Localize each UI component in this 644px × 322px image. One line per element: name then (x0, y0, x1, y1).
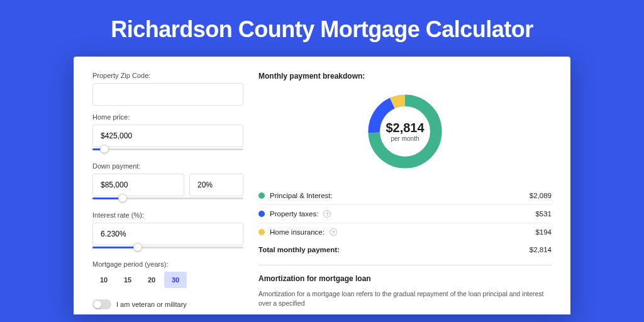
home-price-slider[interactable] (92, 146, 243, 155)
period-option-15[interactable]: 15 (116, 272, 139, 288)
color-swatch-icon (258, 192, 265, 199)
total-value: $2,814 (530, 246, 552, 253)
veteran-toggle[interactable] (92, 299, 111, 309)
amortization-body: Amortization for a mortgage loan refers … (258, 289, 552, 308)
slider-fill (92, 247, 138, 248)
down-payment-slider[interactable] (92, 195, 243, 204)
color-swatch-icon (258, 229, 265, 235)
down-payment-input[interactable] (92, 174, 184, 196)
slider-thumb-icon[interactable] (118, 194, 127, 203)
zip-label: Property Zip Code: (92, 72, 243, 79)
slider-thumb-icon[interactable] (100, 145, 109, 153)
breakdown-row: Property taxes: ? $531 (258, 204, 552, 223)
breakdown-row: Home insurance: ? $194 (258, 223, 552, 241)
slider-thumb-icon[interactable] (133, 243, 142, 252)
inputs-column: Property Zip Code: Home price: Down paym… (92, 72, 243, 314)
down-payment-label: Down payment: (92, 162, 243, 170)
calculator-card: Property Zip Code: Home price: Down paym… (74, 57, 570, 314)
breakdown-heading: Monthly payment breakdown: (258, 72, 552, 80)
period-option-10[interactable]: 10 (92, 272, 115, 288)
page-title: Richardson County Mortgage Calculator (0, 0, 644, 57)
down-payment-pct-input[interactable] (189, 174, 243, 196)
zip-input[interactable] (92, 83, 243, 106)
home-price-label: Home price: (92, 113, 243, 121)
breakdown-value: $2,089 (530, 192, 552, 199)
total-row: Total monthly payment: $2,814 (258, 241, 552, 258)
results-column: Monthly payment breakdown: $2,814 per mo… (258, 72, 552, 314)
interest-rate-label: Interest rate (%): (92, 211, 243, 219)
donut-center: $2,814 per month (386, 121, 424, 142)
breakdown-value: $194 (535, 228, 552, 236)
period-option-20[interactable]: 20 (140, 272, 163, 288)
breakdown-label: Home insurance: (270, 228, 325, 236)
breakdown-value: $531 (535, 210, 552, 218)
amortization-heading: Amortization for mortgage loan (258, 274, 552, 283)
home-price-input[interactable] (92, 125, 243, 147)
breakdown-label: Principal & Interest: (270, 192, 333, 199)
period-option-30[interactable]: 30 (164, 272, 187, 288)
total-label: Total monthly payment: (258, 246, 340, 253)
mortgage-period-group: 10152030 (92, 272, 243, 288)
breakdown-row: Principal & Interest: $2,089 (258, 187, 552, 204)
amortization-section: Amortization for mortgage loan Amortizat… (258, 265, 552, 308)
color-swatch-icon (258, 211, 265, 217)
breakdown-list: Principal & Interest: $2,089 Property ta… (258, 187, 552, 241)
help-icon[interactable]: ? (330, 228, 337, 236)
help-icon[interactable]: ? (323, 210, 331, 218)
breakdown-label: Property taxes: (270, 210, 318, 218)
veteran-label: I am veteran or military (116, 301, 187, 308)
payment-donut-chart: $2,814 per month (258, 86, 552, 177)
veteran-row: I am veteran or military (92, 299, 243, 309)
interest-rate-input[interactable] (92, 223, 243, 245)
donut-sub: per month (386, 135, 424, 142)
mortgage-period-label: Mortgage period (years): (92, 260, 243, 268)
interest-rate-slider[interactable] (92, 244, 243, 253)
donut-amount: $2,814 (386, 121, 424, 135)
